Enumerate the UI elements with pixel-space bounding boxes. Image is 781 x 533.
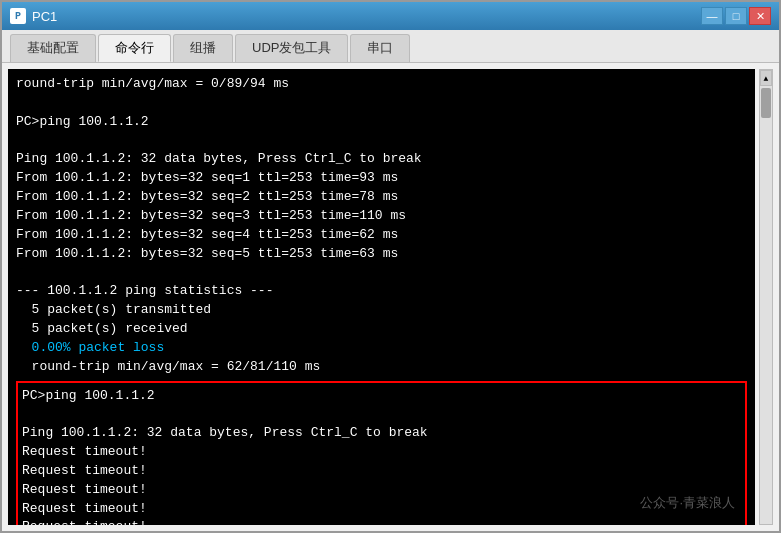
scrollbar[interactable]: ▲ [759,69,773,525]
terminal-line: 5 packet(s) transmitted [16,301,747,320]
maximize-button[interactable]: □ [725,7,747,25]
terminal-line: From 100.1.1.2: bytes=32 seq=4 ttl=253 t… [16,226,747,245]
window-icon: P [10,8,26,24]
terminal-line: --- 100.1.1.2 ping statistics --- [16,282,747,301]
scrollbar-up-button[interactable]: ▲ [760,70,772,86]
terminal-line: From 100.1.1.2: bytes=32 seq=2 ttl=253 t… [16,188,747,207]
terminal-line: round-trip min/avg/max = 0/89/94 ms [16,75,747,94]
window-title: PC1 [32,9,701,24]
terminal-line [16,94,747,113]
content-area: round-trip min/avg/max = 0/89/94 ms PC>p… [2,63,779,531]
terminal-line: 5 packet(s) received [16,320,747,339]
terminal-line: From 100.1.1.2: bytes=32 seq=5 ttl=253 t… [16,245,747,264]
terminal-line: Ping 100.1.1.2: 32 data bytes, Press Ctr… [16,150,747,169]
highlighted-section: PC>ping 100.1.1.2 Ping 100.1.1.2: 32 dat… [16,381,747,526]
terminal-line: From 100.1.1.2: bytes=32 seq=3 ttl=253 t… [16,207,747,226]
title-buttons: — □ ✕ [701,7,771,25]
tab-command-line[interactable]: 命令行 [98,34,171,62]
title-bar: P PC1 — □ ✕ [2,2,779,30]
terminal-line: PC>ping 100.1.1.2 [16,113,747,132]
tab-udp-tool[interactable]: UDP发包工具 [235,34,348,62]
terminal-line: Request timeout! [22,462,741,481]
terminal-line: Request timeout! [22,443,741,462]
terminal-line [16,263,747,282]
terminal-line: Request timeout! [22,481,741,500]
tab-multicast[interactable]: 组播 [173,34,233,62]
terminal-line [16,132,747,151]
terminal-line: Request timeout! [22,500,741,519]
terminal-line: Ping 100.1.1.2: 32 data bytes, Press Ctr… [22,424,741,443]
tab-bar: 基础配置 命令行 组播 UDP发包工具 串口 [2,30,779,63]
scrollbar-thumb[interactable] [761,88,771,118]
main-window: P PC1 — □ ✕ 基础配置 命令行 组播 UDP发包工具 串口 round… [0,0,781,533]
terminal-line: From 100.1.1.2: bytes=32 seq=1 ttl=253 t… [16,169,747,188]
terminal-line: 0.00% packet loss [16,339,747,358]
terminal-line: Request timeout! [22,518,741,525]
close-button[interactable]: ✕ [749,7,771,25]
tab-basic-config[interactable]: 基础配置 [10,34,96,62]
tab-serial[interactable]: 串口 [350,34,410,62]
terminal-line [22,405,741,424]
terminal-line: round-trip min/avg/max = 62/81/110 ms [16,358,747,377]
terminal-line: PC>ping 100.1.1.2 [22,387,741,406]
terminal-output[interactable]: round-trip min/avg/max = 0/89/94 ms PC>p… [8,69,755,525]
minimize-button[interactable]: — [701,7,723,25]
